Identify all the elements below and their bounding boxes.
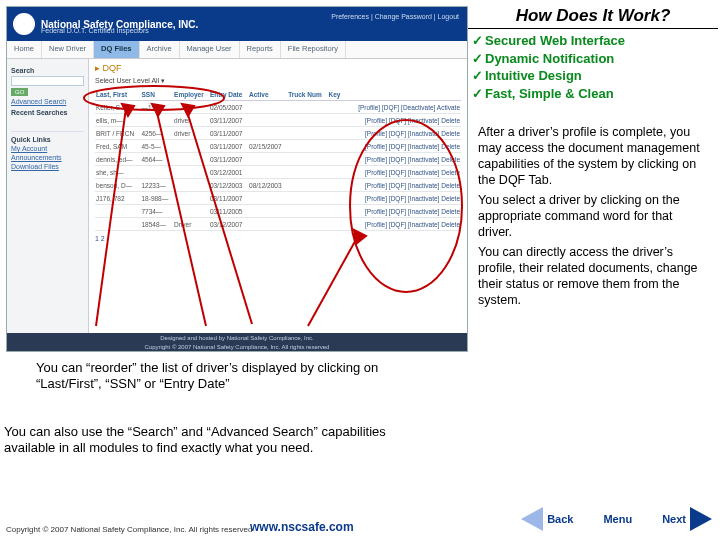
nav-tabs: HomeNew DriverDQ FilesArchiveManage User…: [7, 41, 467, 59]
logo-seal: [13, 13, 35, 35]
slide-nav: Back Menu Next: [521, 506, 712, 532]
driver-table: Last, FirstSSNEmployerEntry DateActiveTr…: [95, 89, 461, 231]
caption-reorder: You can “reorder” the list of driver’s d…: [36, 360, 402, 393]
next-button[interactable]: Next: [662, 507, 712, 531]
copyright: Copyright © 2007 National Safety Complia…: [6, 525, 252, 534]
caption-search: You can also use the “Search” and “Advan…: [4, 424, 440, 457]
menu-button[interactable]: Menu: [603, 513, 632, 525]
feature-bullets: ✓Secured Web Interface ✓Dynamic Notifica…: [472, 32, 716, 102]
app-footer: Designed and hosted by National Safety C…: [7, 333, 467, 351]
slide-title: How Does It Work?: [468, 6, 718, 29]
website-url: www.nscsafe.com: [250, 520, 354, 534]
body-text: After a driver’s profile is complete, yo…: [478, 124, 710, 312]
app-header: National Safety Compliance, INC. Federal…: [7, 7, 467, 41]
back-button[interactable]: Back: [521, 507, 573, 531]
main-panel: ▸ DQF Select User Level All ▾ Last, Firs…: [89, 59, 467, 333]
sidebar: Search GO Advanced Search Recent Searche…: [7, 59, 89, 333]
app-screenshot: National Safety Compliance, INC. Federal…: [6, 6, 468, 352]
